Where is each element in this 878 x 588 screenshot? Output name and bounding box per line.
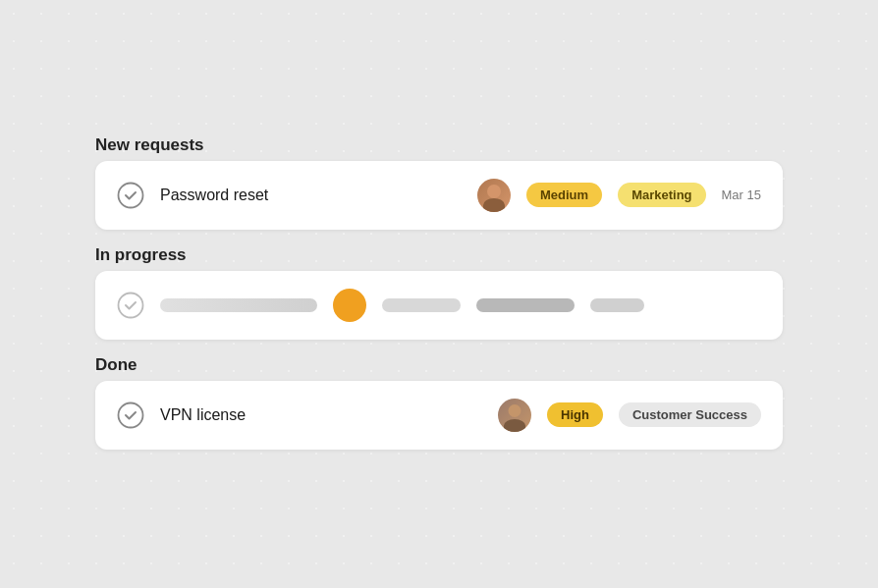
check-icon-password-reset: [117, 182, 144, 209]
main-container: New requests Password reset Medium Marke…: [95, 135, 783, 454]
task-title-vpn-license: VPN license: [160, 406, 482, 424]
card-vpn-license[interactable]: VPN license High Customer Success: [95, 381, 783, 450]
skeleton-title-in-progress: [160, 298, 317, 312]
svg-point-0: [119, 183, 143, 207]
check-icon-in-progress: [117, 292, 144, 319]
category-badge-vpn-license: Customer Success: [619, 402, 761, 427]
avatar-vpn-license: [498, 399, 531, 432]
skeleton-badge2-in-progress: [476, 298, 575, 312]
skeleton-avatar-in-progress: [333, 289, 366, 322]
svg-point-1: [119, 293, 143, 317]
section-label-in-progress: In progress: [95, 245, 783, 265]
skeleton-badge1-in-progress: [382, 298, 461, 312]
task-title-password-reset: Password reset: [160, 187, 462, 204]
section-label-new-requests: New requests: [95, 135, 783, 155]
card-in-progress: [95, 271, 783, 340]
section-in-progress: In progress: [95, 245, 783, 340]
date-password-reset: Mar 15: [722, 187, 761, 202]
skeleton-date-in-progress: [590, 298, 644, 312]
category-badge-password-reset: Marketing: [618, 183, 705, 207]
priority-badge-password-reset: Medium: [526, 183, 602, 207]
card-password-reset[interactable]: Password reset Medium Marketing Mar 15: [95, 161, 783, 230]
priority-badge-vpn-license: High: [547, 402, 603, 427]
check-icon-vpn-license: [117, 401, 144, 429]
avatar-password-reset: [477, 179, 511, 212]
section-new-requests: New requests Password reset Medium Marke…: [95, 135, 783, 230]
svg-point-2: [119, 402, 143, 427]
section-label-done: Done: [95, 355, 783, 375]
section-done: Done VPN license High Customer Success: [95, 355, 783, 450]
